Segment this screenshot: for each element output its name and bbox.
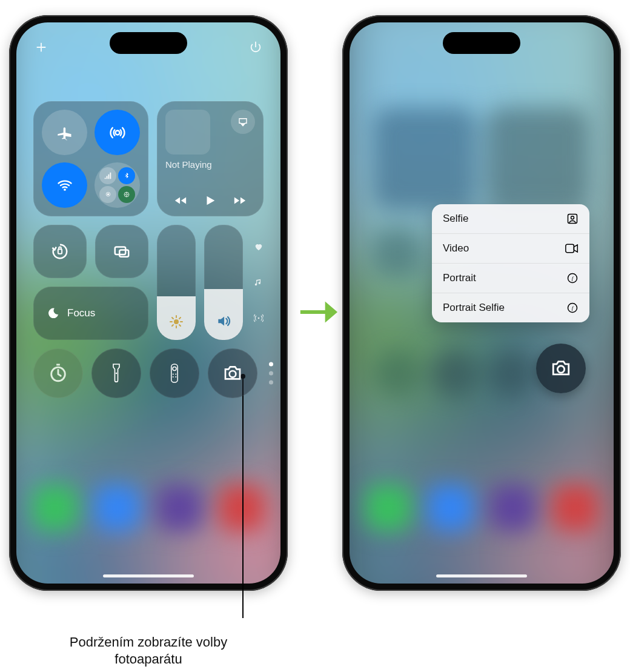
flashlight-icon — [110, 363, 122, 384]
plus-icon — [35, 41, 48, 54]
svg-point-16 — [173, 376, 174, 378]
menu-item-label: Video — [443, 242, 469, 254]
cellular-icon — [99, 167, 116, 184]
menu-item-portrait-selfie[interactable]: Portrait Selfie f — [432, 293, 589, 322]
airplane-mode-button[interactable] — [42, 110, 87, 155]
rotation-lock-button[interactable] — [33, 225, 87, 278]
svg-point-14 — [173, 374, 174, 375]
svg-rect-7 — [119, 250, 128, 257]
power-icon — [249, 41, 262, 54]
menu-item-selfie[interactable]: Selfie — [432, 204, 589, 234]
focus-button[interactable]: Focus — [33, 287, 148, 340]
airplane-icon — [56, 124, 73, 141]
airdrop-icon — [109, 124, 126, 141]
svg-rect-21 — [566, 244, 574, 253]
menu-item-portrait[interactable]: Portrait f — [432, 264, 589, 293]
timer-button[interactable] — [33, 348, 83, 398]
airplay-icon — [237, 116, 248, 127]
bluetooth-icon — [118, 167, 135, 184]
menu-item-video[interactable]: Video — [432, 234, 589, 264]
camera-button-highlighted[interactable] — [536, 344, 586, 393]
callout-line — [242, 376, 244, 618]
power-button[interactable] — [249, 41, 262, 54]
caption-text: Podržením zobrazíte volby fotoaparátu — [58, 634, 239, 667]
svg-point-26 — [557, 366, 564, 373]
svg-point-0 — [115, 130, 119, 135]
svg-rect-19 — [568, 215, 577, 224]
wifi-button[interactable] — [42, 162, 87, 208]
arrow-icon — [297, 291, 339, 333]
camera-button[interactable] — [208, 348, 257, 398]
mirror-icon — [113, 242, 131, 261]
airdrop-button[interactable] — [94, 110, 140, 155]
svg-point-9 — [258, 318, 260, 319]
aperture-icon: f — [566, 302, 579, 314]
dock-hint — [350, 474, 614, 541]
volume-slider[interactable] — [204, 225, 243, 340]
home-indicator[interactable] — [103, 574, 194, 577]
video-icon — [565, 244, 579, 253]
screen-mirroring-button[interactable] — [95, 225, 148, 278]
svg-point-15 — [175, 374, 176, 375]
sun-icon — [169, 314, 184, 329]
add-control-button[interactable] — [35, 41, 48, 54]
media-panel[interactable]: Not Playing — [157, 101, 264, 216]
album-art-placeholder — [165, 110, 210, 155]
svg-text:f: f — [572, 305, 574, 311]
connectivity-panel[interactable] — [33, 101, 148, 216]
remote-icon — [169, 363, 180, 384]
play-button[interactable] — [204, 193, 217, 208]
svg-point-1 — [64, 188, 66, 191]
play-icon — [204, 193, 217, 208]
svg-point-17 — [175, 376, 176, 378]
remote-button[interactable] — [150, 348, 199, 398]
rewind-button[interactable] — [173, 194, 188, 207]
page-dots[interactable] — [269, 362, 273, 385]
rewind-icon — [173, 194, 188, 207]
dock-hint — [16, 474, 280, 541]
forward-button[interactable] — [232, 194, 248, 207]
dynamic-island — [443, 32, 520, 54]
svg-rect-5 — [58, 249, 62, 254]
svg-point-20 — [571, 216, 574, 219]
home-indicator[interactable] — [436, 574, 527, 577]
svg-point-18 — [230, 371, 236, 378]
airplay-button[interactable] — [231, 110, 255, 134]
wifi-icon — [56, 177, 73, 194]
svg-point-11 — [116, 373, 118, 374]
dynamic-island — [110, 32, 187, 54]
svg-point-2 — [107, 193, 108, 195]
svg-point-13 — [173, 367, 176, 371]
vpn-icon — [118, 186, 135, 203]
person-square-icon — [566, 213, 579, 225]
camera-icon — [223, 365, 242, 382]
camera-icon — [551, 359, 571, 378]
focus-label: Focus — [67, 307, 95, 319]
music-note-icon — [254, 278, 264, 287]
menu-item-label: Selfie — [443, 213, 469, 225]
svg-point-8 — [174, 319, 179, 324]
connectivity-expand-button[interactable] — [94, 162, 140, 208]
forward-icon — [232, 194, 248, 207]
camera-context-menu: Selfie Video Portrait f Portrait Selfie … — [432, 204, 589, 322]
timer-icon — [48, 363, 68, 384]
phone-frame-left: Not Playing — [9, 15, 288, 591]
heart-icon — [254, 242, 264, 251]
brightness-slider[interactable] — [157, 225, 196, 340]
speaker-icon — [216, 313, 231, 329]
page-indicator-icons — [251, 225, 264, 340]
aperture-icon: f — [566, 272, 579, 284]
flashlight-button[interactable] — [91, 348, 141, 398]
now-playing-status: Not Playing — [165, 159, 255, 170]
hotspot-icon — [99, 186, 116, 203]
phone-frame-right: Selfie Video Portrait f Portrait Selfie … — [342, 15, 621, 591]
antenna-icon — [254, 313, 264, 323]
menu-item-label: Portrait — [443, 272, 476, 284]
svg-text:f: f — [572, 275, 574, 281]
moon-icon — [47, 307, 60, 320]
menu-item-label: Portrait Selfie — [443, 302, 505, 314]
rotation-lock-icon — [51, 242, 69, 261]
